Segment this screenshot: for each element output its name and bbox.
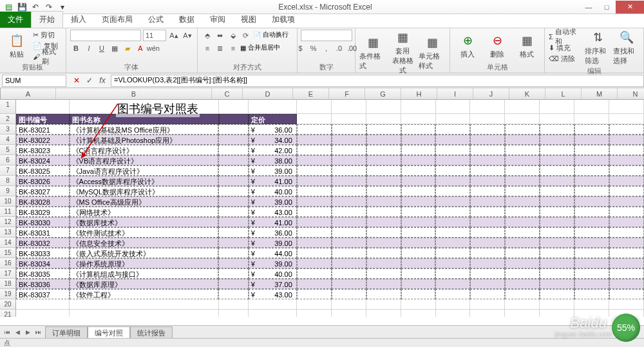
cell[interactable]: [366, 217, 401, 227]
cell[interactable]: [609, 238, 644, 248]
cell[interactable]: [540, 268, 574, 279]
cell[interactable]: [218, 155, 248, 165]
cell[interactable]: [470, 124, 505, 135]
row-header[interactable]: 7: [0, 165, 16, 176]
cell[interactable]: [435, 196, 470, 207]
cell[interactable]: [470, 114, 505, 124]
cell[interactable]: [540, 145, 574, 155]
comma-icon[interactable]: ,: [321, 42, 332, 54]
cell[interactable]: [505, 176, 540, 186]
cell[interactable]: [574, 217, 609, 227]
cell[interactable]: [540, 165, 574, 176]
cell[interactable]: [505, 135, 540, 145]
cell-book-name[interactable]: 《数据库技术》: [70, 217, 219, 227]
cell[interactable]: [366, 196, 401, 207]
cell-book-id[interactable]: BK-83028: [16, 196, 70, 207]
cell[interactable]: [436, 299, 471, 310]
cell[interactable]: [505, 227, 540, 238]
row-header[interactable]: 11: [0, 207, 16, 217]
cell[interactable]: [366, 155, 401, 165]
cell[interactable]: [219, 310, 249, 317]
cell[interactable]: [609, 279, 644, 289]
cell[interactable]: [574, 155, 609, 165]
cell[interactable]: [332, 258, 366, 268]
cell[interactable]: [297, 186, 332, 196]
cell[interactable]: [366, 238, 401, 248]
cell-book-id[interactable]: BK-83023: [16, 145, 70, 155]
cell[interactable]: [505, 196, 540, 207]
cell[interactable]: [219, 299, 249, 310]
clear-button[interactable]: ⌫ 清除: [549, 53, 582, 64]
cell[interactable]: [540, 258, 574, 268]
cell[interactable]: [218, 186, 248, 196]
cell[interactable]: [470, 155, 505, 165]
cell[interactable]: [540, 207, 574, 217]
cell[interactable]: [435, 186, 470, 196]
maximize-button[interactable]: □: [598, 1, 616, 14]
cell[interactable]: [574, 176, 609, 186]
cell[interactable]: [574, 207, 609, 217]
sheet-nav-last-icon[interactable]: ⏭: [33, 328, 43, 337]
cell[interactable]: [505, 238, 540, 248]
cell[interactable]: [540, 124, 574, 135]
cell[interactable]: [470, 217, 505, 227]
cell[interactable]: [332, 299, 366, 310]
tab-data[interactable]: 数据: [171, 12, 202, 28]
cell[interactable]: [366, 186, 401, 196]
cell[interactable]: [540, 114, 574, 124]
cell-price[interactable]: ¥39.00: [249, 196, 297, 207]
number-format-combo[interactable]: [301, 30, 352, 41]
cell[interactable]: [505, 155, 540, 165]
cell[interactable]: [332, 238, 366, 248]
cell[interactable]: [505, 207, 540, 217]
cell[interactable]: [401, 299, 436, 310]
align-bottom-icon[interactable]: ⬙: [227, 30, 239, 41]
cell[interactable]: [219, 114, 249, 124]
cell[interactable]: [540, 186, 574, 196]
cell[interactable]: [70, 299, 219, 310]
cell[interactable]: [540, 227, 574, 238]
cell-book-name[interactable]: 《MS Office高级应用》: [70, 196, 219, 207]
sheet-nav-next-icon[interactable]: ▶: [23, 328, 32, 337]
cell[interactable]: [574, 186, 609, 196]
cell[interactable]: [574, 145, 609, 155]
cell[interactable]: [218, 196, 248, 207]
cell[interactable]: [574, 124, 609, 135]
cell-book-id[interactable]: BK-83022: [16, 135, 70, 145]
percent-icon[interactable]: %: [308, 42, 319, 54]
column-header-B[interactable]: B: [56, 88, 212, 99]
cell[interactable]: [401, 248, 436, 258]
align-right-icon[interactable]: ≡: [227, 42, 239, 54]
italic-button[interactable]: I: [83, 42, 95, 54]
autosum-button[interactable]: Σ 自动求和: [549, 32, 582, 42]
cell[interactable]: [366, 258, 401, 268]
cell[interactable]: [470, 207, 505, 217]
cell[interactable]: [540, 100, 574, 114]
cell[interactable]: [366, 207, 401, 217]
cell[interactable]: [366, 310, 401, 317]
row-header[interactable]: 3: [0, 124, 16, 135]
cell[interactable]: [435, 155, 470, 165]
cell[interactable]: [609, 124, 644, 135]
cell[interactable]: [401, 165, 436, 176]
cell[interactable]: [297, 114, 332, 124]
align-middle-icon[interactable]: ⬌: [214, 30, 226, 41]
cell[interactable]: [609, 258, 644, 268]
cell[interactable]: [332, 155, 366, 165]
cell[interactable]: [436, 114, 471, 124]
row-header[interactable]: 18: [0, 279, 16, 289]
cell[interactable]: [435, 268, 470, 279]
cell[interactable]: [218, 248, 248, 258]
fill-color-icon[interactable]: ▰: [122, 42, 133, 54]
cell[interactable]: [435, 258, 470, 268]
cell[interactable]: [435, 176, 470, 186]
column-header-A[interactable]: A: [1, 88, 56, 99]
cell[interactable]: [574, 299, 609, 310]
cell[interactable]: [470, 289, 505, 299]
cell[interactable]: [470, 279, 505, 289]
border-icon[interactable]: ▦: [109, 42, 120, 54]
cell[interactable]: [609, 155, 644, 165]
column-header-I[interactable]: I: [437, 88, 473, 99]
column-header-K[interactable]: K: [509, 88, 545, 99]
cell[interactable]: [332, 248, 366, 258]
